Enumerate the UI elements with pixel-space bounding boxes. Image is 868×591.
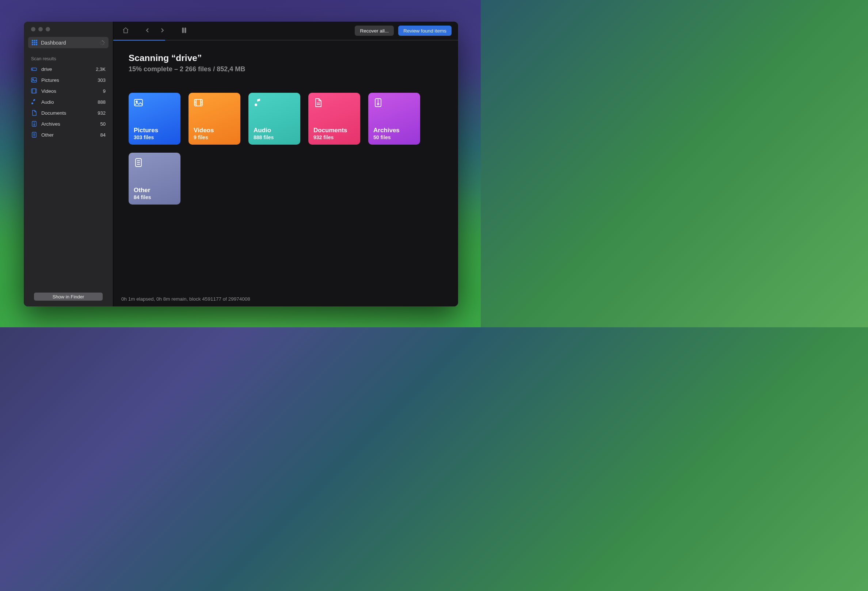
- chevron-right-icon: [159, 27, 165, 34]
- svg-point-26: [34, 125, 35, 126]
- back-button[interactable]: [142, 25, 154, 36]
- video-icon: [31, 88, 37, 93]
- svg-rect-8: [36, 44, 37, 45]
- svg-rect-6: [32, 44, 33, 45]
- svg-rect-5: [36, 42, 37, 43]
- document-icon: [31, 110, 37, 116]
- zoom-window-button[interactable]: [46, 27, 50, 31]
- sidebar-item-dashboard[interactable]: Dashboard: [28, 37, 108, 48]
- card-count: 932 files: [313, 134, 355, 140]
- sidebar: Dashboard Scan results: [24, 22, 113, 307]
- card-other[interactable]: Other 84 files: [128, 153, 180, 205]
- other-icon: [31, 132, 37, 138]
- sidebar-item-audio[interactable]: Audio 888: [24, 96, 113, 108]
- sidebar-item-label: Pictures: [41, 77, 59, 83]
- svg-rect-32: [185, 28, 186, 33]
- sidebar-item-drive[interactable]: drive 2,3K: [24, 63, 113, 75]
- dashboard-label: Dashboard: [41, 40, 66, 46]
- card-audio[interactable]: Audio 888 files: [248, 93, 300, 144]
- sidebar-item-label: drive: [41, 66, 52, 72]
- sidebar-item-count: 888: [97, 99, 106, 105]
- sidebar-item-label: Audio: [41, 99, 54, 105]
- picture-icon: [31, 77, 37, 83]
- scan-title: Scanning “drive”: [128, 53, 443, 63]
- card-documents[interactable]: Documents 932 files: [309, 93, 360, 144]
- card-count: 84 files: [134, 194, 175, 200]
- main-area: Recover all... Review found items Scanni…: [113, 22, 458, 307]
- svg-rect-10: [103, 41, 104, 42]
- sidebar-item-count: 84: [100, 132, 106, 138]
- card-count: 888 files: [254, 134, 295, 140]
- forward-button[interactable]: [156, 25, 168, 36]
- harddrive-icon: [31, 67, 37, 71]
- sidebar-item-count: 2,3K: [96, 66, 106, 72]
- svg-rect-9: [102, 40, 102, 42]
- svg-rect-11: [104, 42, 105, 43]
- toolbar: Recover all... Review found items: [113, 22, 458, 40]
- card-title: Documents: [313, 127, 355, 134]
- card-title: Pictures: [134, 127, 175, 134]
- sidebar-item-pictures[interactable]: Pictures 303: [24, 75, 113, 85]
- music-icon: [31, 99, 37, 105]
- svg-rect-33: [134, 99, 142, 106]
- review-found-items-button[interactable]: Review found items: [398, 25, 452, 36]
- sidebar-item-videos[interactable]: Videos 9: [24, 85, 113, 96]
- dashboard-grid-icon: [32, 40, 37, 45]
- card-title: Other: [134, 187, 175, 194]
- status-bar: 0h 1m elapsed, 0h 8m remain, block 45911…: [113, 291, 458, 307]
- sidebar-item-count: 303: [97, 77, 106, 83]
- svg-rect-0: [32, 40, 33, 41]
- card-title: Archives: [373, 127, 415, 134]
- card-videos[interactable]: Videos 9 files: [189, 93, 241, 144]
- svg-rect-4: [34, 42, 35, 43]
- sidebar-item-other[interactable]: Other 84: [24, 129, 113, 140]
- sidebar-item-label: Other: [41, 132, 54, 138]
- svg-point-20: [32, 79, 33, 80]
- window-traffic-lights: [24, 22, 113, 37]
- category-cards: Pictures 303 files Videos 9 files Audio …: [128, 93, 443, 205]
- home-icon: [122, 27, 129, 35]
- svg-rect-21: [31, 89, 37, 93]
- scanning-spinner-icon: [100, 40, 105, 45]
- sidebar-item-label: Documents: [41, 110, 66, 116]
- archive-icon: [31, 121, 37, 127]
- status-text: 0h 1m elapsed, 0h 8m remain, block 45911…: [121, 296, 250, 302]
- picture-icon: [134, 98, 175, 109]
- svg-rect-31: [182, 28, 184, 33]
- minimize-window-button[interactable]: [38, 27, 43, 31]
- show-in-finder-button[interactable]: Show in Finder: [34, 293, 103, 301]
- sidebar-item-archives[interactable]: Archives 50: [24, 118, 113, 129]
- sidebar-item-documents[interactable]: Documents 932: [24, 108, 113, 118]
- svg-rect-13: [102, 44, 102, 45]
- music-icon: [254, 98, 295, 109]
- video-icon: [193, 98, 235, 109]
- svg-rect-1: [34, 40, 35, 41]
- pause-icon: [182, 27, 187, 34]
- svg-point-34: [136, 101, 137, 102]
- scan-subtitle: 15% complete – 2 266 files / 852,4 MB: [128, 65, 443, 73]
- app-window: Dashboard Scan results: [24, 22, 458, 307]
- svg-point-18: [32, 69, 33, 70]
- sidebar-section-header: Scan results: [24, 51, 113, 63]
- svg-rect-16: [100, 41, 102, 42]
- svg-rect-3: [32, 42, 33, 43]
- sidebar-list: drive 2,3K Pictures 303 Videos: [24, 63, 113, 140]
- document-icon: [313, 98, 355, 109]
- home-button[interactable]: [120, 25, 131, 36]
- sidebar-item-count: 932: [97, 110, 106, 116]
- close-window-button[interactable]: [31, 27, 35, 31]
- chevron-left-icon: [145, 27, 151, 34]
- card-title: Audio: [254, 127, 295, 134]
- card-title: Videos: [193, 127, 235, 134]
- svg-rect-15: [100, 42, 101, 43]
- archive-icon: [373, 98, 415, 109]
- svg-rect-14: [100, 43, 102, 44]
- svg-point-48: [377, 103, 379, 105]
- recover-all-button[interactable]: Recover all...: [355, 25, 394, 36]
- pause-scan-button[interactable]: [178, 25, 190, 36]
- card-count: 303 files: [134, 134, 175, 140]
- card-pictures[interactable]: Pictures 303 files: [128, 93, 180, 144]
- sidebar-item-label: Archives: [41, 121, 60, 127]
- card-archives[interactable]: Archives 50 files: [368, 93, 420, 144]
- svg-rect-12: [103, 43, 104, 44]
